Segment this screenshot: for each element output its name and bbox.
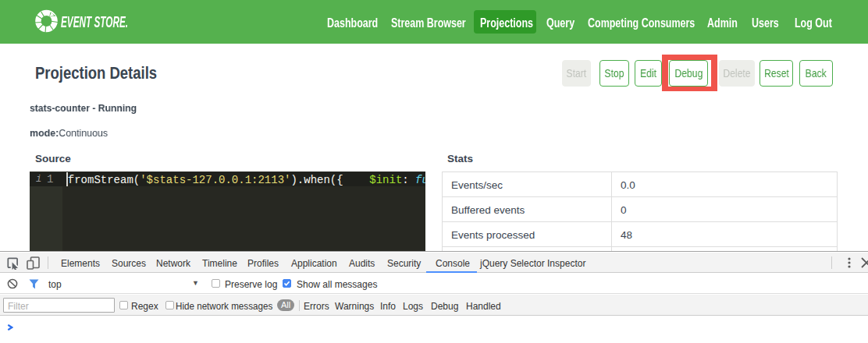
svg-text:EVENT STORE.: EVENT STORE. xyxy=(61,12,128,30)
